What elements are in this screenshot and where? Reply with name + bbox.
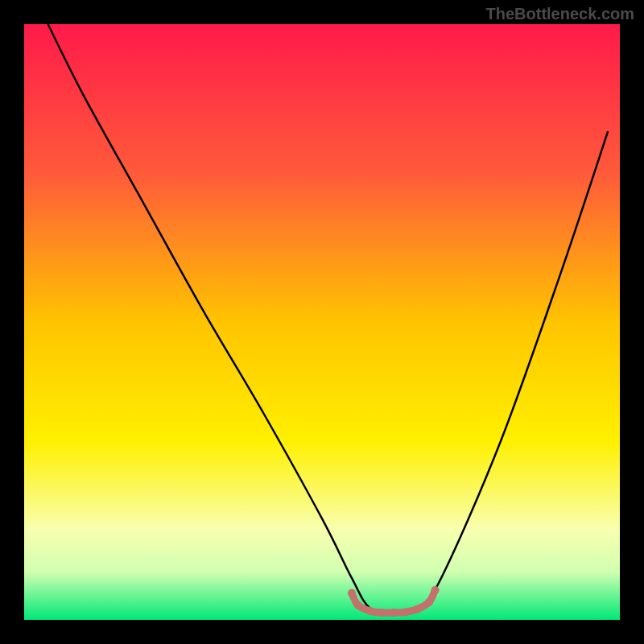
chart-plot-area (24, 24, 620, 620)
marker-dot (431, 586, 440, 594)
marker-dot (402, 608, 410, 616)
marker-dot (378, 609, 386, 617)
marker-dot (348, 589, 356, 597)
marker-dot (425, 598, 433, 606)
marker-dot (365, 607, 374, 615)
optimal-range-dots (348, 586, 440, 617)
watermark-text: TheBottleneck.com (486, 5, 634, 23)
chart-curves (24, 24, 620, 620)
marker-dot (353, 601, 361, 609)
marker-dot (390, 609, 398, 617)
marker-dot (413, 605, 421, 613)
bottleneck-curve (48, 24, 609, 614)
